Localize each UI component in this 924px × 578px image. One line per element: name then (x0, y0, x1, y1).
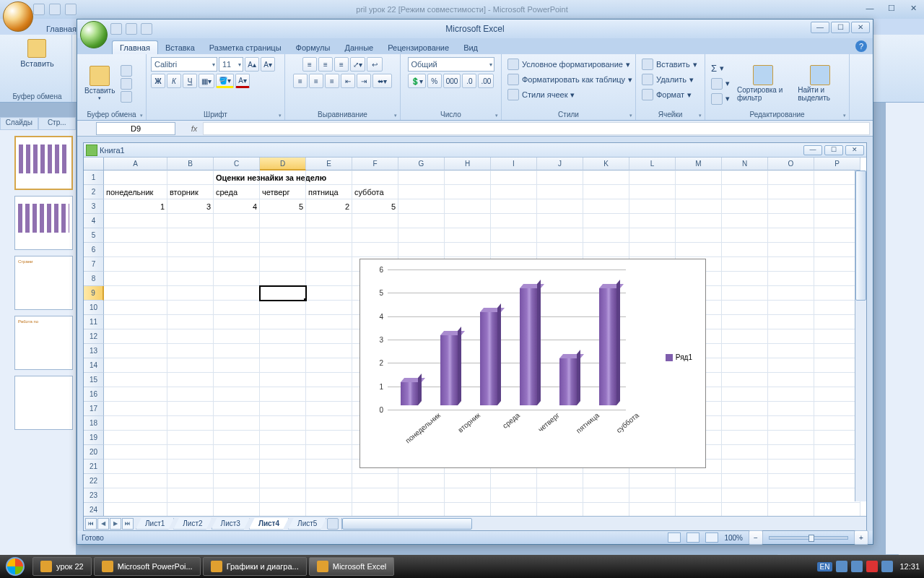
row-header-17[interactable]: 17 (84, 402, 104, 416)
cell[interactable] (768, 402, 814, 416)
cell[interactable] (104, 171, 167, 185)
font-name-combo[interactable]: Calibri (151, 57, 217, 72)
row-header-23[interactable]: 23 (84, 488, 104, 503)
cell[interactable] (768, 488, 814, 503)
cell[interactable] (260, 301, 306, 315)
cell[interactable] (768, 272, 814, 286)
cell[interactable] (629, 185, 676, 199)
cell[interactable] (306, 416, 352, 431)
cells-delete[interactable]: Удалить ▾ (640, 72, 695, 87)
cell[interactable] (537, 171, 583, 185)
cell[interactable] (722, 286, 768, 301)
cell[interactable] (104, 344, 167, 358)
cell[interactable] (167, 402, 214, 416)
cell[interactable] (722, 503, 768, 516)
row-header-15[interactable]: 15 (84, 373, 104, 387)
cell[interactable] (583, 171, 629, 185)
cell[interactable] (768, 301, 814, 315)
cell[interactable] (306, 431, 352, 445)
cell[interactable] (722, 257, 768, 272)
cell[interactable] (167, 257, 214, 272)
cell[interactable] (167, 503, 214, 516)
col-header-A[interactable]: A (104, 158, 167, 171)
cell[interactable] (398, 488, 445, 503)
pp-paste-button[interactable]: Вставить (17, 38, 57, 69)
cell[interactable] (167, 315, 214, 329)
cell[interactable] (104, 503, 167, 516)
col-header-L[interactable]: L (629, 158, 676, 171)
cell[interactable] (676, 214, 722, 228)
cell[interactable] (260, 257, 306, 272)
shrink-font[interactable]: A▾ (261, 57, 275, 72)
cell[interactable] (352, 243, 398, 257)
row-header-9[interactable]: 9 (84, 286, 104, 301)
cell[interactable] (398, 214, 445, 228)
cell[interactable]: 4 (214, 199, 260, 214)
cell[interactable] (306, 503, 352, 516)
cell[interactable] (445, 214, 491, 228)
cell[interactable] (260, 503, 306, 516)
cell[interactable] (722, 329, 768, 344)
cell[interactable]: среда (214, 185, 260, 199)
col-header-C[interactable]: C (214, 158, 260, 171)
cell[interactable] (104, 474, 167, 488)
cell[interactable] (260, 358, 306, 373)
copy-icon[interactable] (121, 78, 132, 90)
cell[interactable] (167, 460, 214, 474)
cell[interactable] (676, 199, 722, 214)
comma[interactable]: 000 (443, 74, 461, 88)
cell[interactable] (214, 272, 260, 286)
cell[interactable] (167, 344, 214, 358)
cell[interactable] (167, 228, 214, 243)
cell[interactable] (722, 416, 768, 431)
cell[interactable] (722, 185, 768, 199)
align-mid[interactable]: ≡ (318, 57, 333, 72)
cell[interactable] (445, 503, 491, 516)
cell[interactable] (768, 358, 814, 373)
cell[interactable] (583, 199, 629, 214)
cell[interactable]: 5 (260, 199, 306, 214)
sheet-tab[interactable]: Лист1 (136, 518, 174, 530)
cell[interactable] (260, 243, 306, 257)
cell[interactable]: Оценки незнайки за неделю (214, 171, 260, 185)
row-header-1[interactable]: 1 (84, 171, 104, 185)
tray-icon[interactable] (866, 561, 878, 572)
cell[interactable] (814, 402, 860, 416)
row-header-7[interactable]: 7 (84, 257, 104, 272)
cell[interactable] (214, 329, 260, 344)
cell[interactable] (722, 315, 768, 329)
cell[interactable] (722, 358, 768, 373)
cell[interactable] (306, 488, 352, 503)
cell[interactable] (537, 474, 583, 488)
cell[interactable] (722, 344, 768, 358)
xl-titlebar[interactable]: Microsoft Excel — ☐ ✕ (77, 20, 873, 38)
cell[interactable] (214, 387, 260, 402)
cell[interactable] (537, 185, 583, 199)
cell[interactable] (214, 214, 260, 228)
cell[interactable] (722, 243, 768, 257)
cell[interactable] (768, 416, 814, 431)
cell[interactable] (214, 402, 260, 416)
cell[interactable]: 5 (352, 199, 398, 214)
cell[interactable] (445, 488, 491, 503)
cell[interactable] (214, 243, 260, 257)
cell[interactable] (260, 373, 306, 387)
cell[interactable] (167, 474, 214, 488)
cell[interactable] (583, 228, 629, 243)
cell[interactable] (491, 214, 537, 228)
xl-close[interactable]: ✕ (851, 22, 870, 33)
cell[interactable] (768, 503, 814, 516)
cell[interactable] (583, 488, 629, 503)
cell[interactable] (722, 474, 768, 488)
cell[interactable] (722, 445, 768, 460)
cell[interactable] (306, 474, 352, 488)
cell[interactable] (104, 358, 167, 373)
taskbar-item[interactable]: урок 22 (32, 557, 92, 576)
cell[interactable]: 2 (306, 199, 352, 214)
grow-font[interactable]: A▴ (245, 57, 259, 72)
cell[interactable] (537, 503, 583, 516)
cell[interactable]: четверг (260, 185, 306, 199)
align-bot[interactable]: ≡ (334, 57, 349, 72)
cell[interactable] (814, 329, 860, 344)
cell[interactable]: вторник (167, 185, 214, 199)
